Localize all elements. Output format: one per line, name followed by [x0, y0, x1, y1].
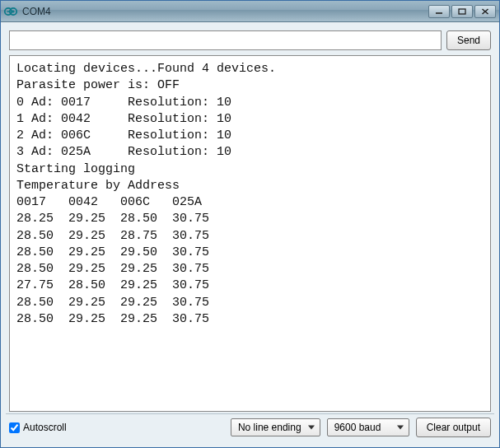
footer-bar: Autoscroll No line ending 9600 baud Clea… — [6, 413, 494, 442]
baud-rate-select[interactable]: 9600 baud — [327, 418, 409, 436]
autoscroll-label: Autoscroll — [23, 422, 67, 433]
titlebar[interactable]: COM4 — [1, 1, 499, 22]
baud-rate-value: 9600 baud — [334, 422, 381, 433]
close-button[interactable] — [474, 5, 496, 18]
client-area: Send Locating devices...Found 4 devices.… — [1, 22, 499, 447]
window-title: COM4 — [22, 6, 428, 17]
arduino-app-icon — [4, 5, 17, 18]
serial-output[interactable]: Locating devices...Found 4 devices. Para… — [9, 55, 491, 412]
window-frame: COM4 Send Locating devices...Found 4 dev… — [0, 0, 500, 448]
serial-input[interactable] — [9, 30, 442, 50]
chevron-down-icon — [308, 426, 315, 430]
svg-rect-6 — [459, 9, 465, 14]
send-row: Send — [6, 27, 494, 54]
send-button[interactable]: Send — [446, 30, 491, 50]
line-ending-value: No line ending — [238, 422, 301, 433]
line-ending-select[interactable]: No line ending — [231, 418, 320, 436]
chevron-down-icon — [397, 426, 404, 430]
minimize-button[interactable] — [428, 5, 450, 18]
autoscroll-checkbox[interactable] — [9, 422, 20, 433]
maximize-button[interactable] — [451, 5, 473, 18]
autoscroll-wrap[interactable]: Autoscroll — [9, 422, 224, 433]
clear-output-button[interactable]: Clear output — [416, 418, 491, 437]
window-controls — [428, 5, 496, 18]
